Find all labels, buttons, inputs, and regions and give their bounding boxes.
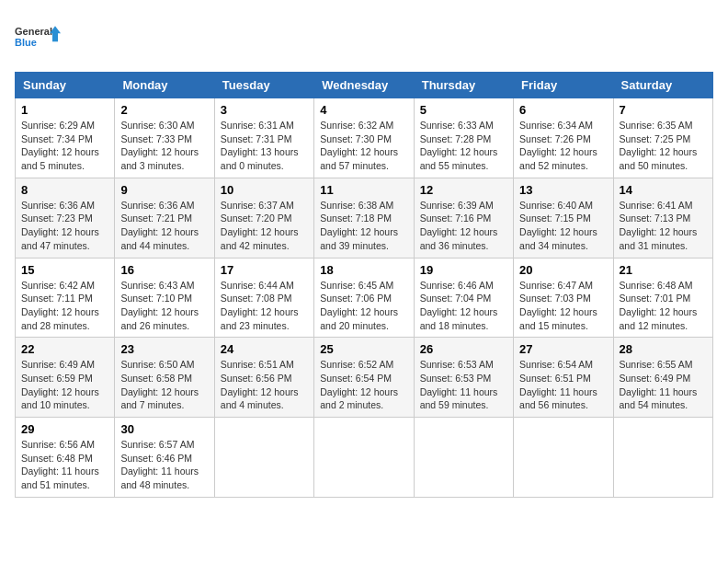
weekday-header: Wednesday: [314, 73, 414, 98]
day-number: 13: [519, 183, 607, 197]
weekday-header: Tuesday: [214, 73, 313, 98]
day-cell: 18 Sunrise: 6:45 AM Sunset: 7:06 PM Dayl…: [314, 258, 414, 338]
day-number: 10: [221, 183, 308, 197]
weekday-header: Sunday: [16, 73, 115, 98]
day-cell: 20 Sunrise: 6:47 AM Sunset: 7:03 PM Dayl…: [514, 258, 613, 338]
day-info: Sunrise: 6:42 AM Sunset: 7:11 PM Dayligh…: [21, 279, 108, 333]
day-number: 7: [620, 103, 707, 117]
day-cell: 10 Sunrise: 6:37 AM Sunset: 7:20 PM Dayl…: [214, 178, 313, 258]
week-row: 29 Sunrise: 6:56 AM Sunset: 6:48 PM Dayl…: [16, 418, 713, 498]
logo: General Blue: [15, 15, 61, 61]
day-info: Sunrise: 6:56 AM Sunset: 6:48 PM Dayligh…: [21, 438, 108, 492]
day-number: 8: [21, 183, 108, 197]
week-row: 22 Sunrise: 6:49 AM Sunset: 6:59 PM Dayl…: [16, 338, 713, 418]
calendar: SundayMondayTuesdayWednesdayThursdayFrid…: [15, 72, 713, 498]
day-info: Sunrise: 6:39 AM Sunset: 7:16 PM Dayligh…: [420, 199, 507, 253]
day-cell: 4 Sunrise: 6:32 AM Sunset: 7:30 PM Dayli…: [314, 98, 414, 178]
day-info: Sunrise: 6:48 AM Sunset: 7:01 PM Dayligh…: [620, 279, 707, 333]
day-info: Sunrise: 6:49 AM Sunset: 6:59 PM Dayligh…: [21, 358, 108, 412]
week-row: 8 Sunrise: 6:36 AM Sunset: 7:23 PM Dayli…: [16, 178, 713, 258]
day-info: Sunrise: 6:55 AM Sunset: 6:49 PM Dayligh…: [620, 358, 707, 412]
day-info: Sunrise: 6:36 AM Sunset: 7:21 PM Dayligh…: [120, 199, 208, 253]
day-info: Sunrise: 6:52 AM Sunset: 6:54 PM Dayligh…: [320, 358, 407, 412]
day-number: 20: [519, 263, 607, 277]
day-cell: 27 Sunrise: 6:54 AM Sunset: 6:51 PM Dayl…: [514, 338, 613, 418]
day-cell: 28 Sunrise: 6:55 AM Sunset: 6:49 PM Dayl…: [613, 338, 712, 418]
day-number: 6: [519, 103, 607, 117]
day-cell: 26 Sunrise: 6:53 AM Sunset: 6:53 PM Dayl…: [414, 338, 513, 418]
day-cell: [514, 418, 613, 498]
day-cell: 9 Sunrise: 6:36 AM Sunset: 7:21 PM Dayli…: [115, 178, 214, 258]
day-number: 14: [620, 183, 707, 197]
day-cell: 21 Sunrise: 6:48 AM Sunset: 7:01 PM Dayl…: [613, 258, 712, 338]
day-cell: 15 Sunrise: 6:42 AM Sunset: 7:11 PM Dayl…: [16, 258, 115, 338]
day-info: Sunrise: 6:29 AM Sunset: 7:34 PM Dayligh…: [21, 119, 108, 173]
day-cell: 5 Sunrise: 6:33 AM Sunset: 7:28 PM Dayli…: [414, 98, 513, 178]
day-info: Sunrise: 6:36 AM Sunset: 7:23 PM Dayligh…: [21, 199, 108, 253]
day-info: Sunrise: 6:32 AM Sunset: 7:30 PM Dayligh…: [320, 119, 407, 173]
day-info: Sunrise: 6:38 AM Sunset: 7:18 PM Dayligh…: [320, 199, 407, 253]
week-row: 1 Sunrise: 6:29 AM Sunset: 7:34 PM Dayli…: [16, 98, 713, 178]
day-number: 18: [320, 263, 407, 277]
day-info: Sunrise: 6:35 AM Sunset: 7:25 PM Dayligh…: [620, 119, 707, 173]
day-cell: [414, 418, 513, 498]
day-number: 11: [320, 183, 407, 197]
day-cell: 19 Sunrise: 6:46 AM Sunset: 7:04 PM Dayl…: [414, 258, 513, 338]
day-cell: 17 Sunrise: 6:44 AM Sunset: 7:08 PM Dayl…: [214, 258, 313, 338]
page-header: General Blue: [15, 15, 713, 61]
day-info: Sunrise: 6:33 AM Sunset: 7:28 PM Dayligh…: [420, 119, 507, 173]
day-info: Sunrise: 6:41 AM Sunset: 7:13 PM Dayligh…: [620, 199, 707, 253]
day-info: Sunrise: 6:46 AM Sunset: 7:04 PM Dayligh…: [420, 279, 507, 333]
day-number: 3: [221, 103, 308, 117]
day-number: 25: [320, 342, 407, 356]
day-cell: 2 Sunrise: 6:30 AM Sunset: 7:33 PM Dayli…: [115, 98, 214, 178]
day-info: Sunrise: 6:47 AM Sunset: 7:03 PM Dayligh…: [519, 279, 607, 333]
day-number: 16: [120, 263, 208, 277]
day-number: 21: [620, 263, 707, 277]
day-cell: 13 Sunrise: 6:40 AM Sunset: 7:15 PM Dayl…: [514, 178, 613, 258]
weekday-header: Monday: [115, 73, 214, 98]
day-number: 15: [21, 263, 108, 277]
day-number: 12: [420, 183, 507, 197]
day-cell: 16 Sunrise: 6:43 AM Sunset: 7:10 PM Dayl…: [115, 258, 214, 338]
svg-text:General: General: [15, 26, 52, 37]
day-info: Sunrise: 6:44 AM Sunset: 7:08 PM Dayligh…: [221, 279, 308, 333]
day-cell: [314, 418, 414, 498]
day-info: Sunrise: 6:31 AM Sunset: 7:31 PM Dayligh…: [221, 119, 308, 173]
day-cell: 22 Sunrise: 6:49 AM Sunset: 6:59 PM Dayl…: [16, 338, 115, 418]
day-number: 2: [120, 103, 208, 117]
day-cell: 6 Sunrise: 6:34 AM Sunset: 7:26 PM Dayli…: [514, 98, 613, 178]
day-info: Sunrise: 6:34 AM Sunset: 7:26 PM Dayligh…: [519, 119, 607, 173]
day-cell: 11 Sunrise: 6:38 AM Sunset: 7:18 PM Dayl…: [314, 178, 414, 258]
day-number: 19: [420, 263, 507, 277]
weekday-header: Friday: [514, 73, 613, 98]
day-number: 9: [120, 183, 208, 197]
day-number: 17: [221, 263, 308, 277]
day-info: Sunrise: 6:53 AM Sunset: 6:53 PM Dayligh…: [420, 358, 507, 412]
day-number: 4: [320, 103, 407, 117]
day-info: Sunrise: 6:37 AM Sunset: 7:20 PM Dayligh…: [221, 199, 308, 253]
day-info: Sunrise: 6:51 AM Sunset: 6:56 PM Dayligh…: [221, 358, 308, 412]
day-cell: [214, 418, 313, 498]
day-number: 29: [21, 422, 108, 436]
day-cell: 14 Sunrise: 6:41 AM Sunset: 7:13 PM Dayl…: [613, 178, 712, 258]
day-info: Sunrise: 6:54 AM Sunset: 6:51 PM Dayligh…: [519, 358, 607, 412]
day-cell: 24 Sunrise: 6:51 AM Sunset: 6:56 PM Dayl…: [214, 338, 313, 418]
day-cell: [613, 418, 712, 498]
day-cell: 3 Sunrise: 6:31 AM Sunset: 7:31 PM Dayli…: [214, 98, 313, 178]
weekday-header: Thursday: [414, 73, 513, 98]
day-number: 23: [120, 342, 208, 356]
day-number: 27: [519, 342, 607, 356]
day-cell: 7 Sunrise: 6:35 AM Sunset: 7:25 PM Dayli…: [613, 98, 712, 178]
day-number: 26: [420, 342, 507, 356]
day-cell: 8 Sunrise: 6:36 AM Sunset: 7:23 PM Dayli…: [16, 178, 115, 258]
day-number: 28: [620, 342, 707, 356]
day-number: 1: [21, 103, 108, 117]
day-cell: 1 Sunrise: 6:29 AM Sunset: 7:34 PM Dayli…: [16, 98, 115, 178]
day-info: Sunrise: 6:50 AM Sunset: 6:58 PM Dayligh…: [120, 358, 208, 412]
day-info: Sunrise: 6:45 AM Sunset: 7:06 PM Dayligh…: [320, 279, 407, 333]
day-number: 5: [420, 103, 507, 117]
day-cell: 30 Sunrise: 6:57 AM Sunset: 6:46 PM Dayl…: [115, 418, 214, 498]
weekday-header: Saturday: [613, 73, 712, 98]
day-info: Sunrise: 6:30 AM Sunset: 7:33 PM Dayligh…: [120, 119, 208, 173]
